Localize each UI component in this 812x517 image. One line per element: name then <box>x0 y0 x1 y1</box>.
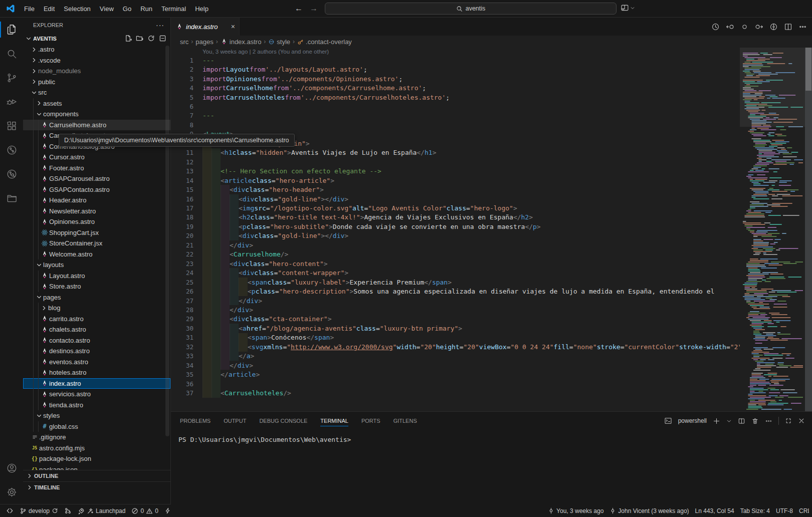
menu-go[interactable]: Go <box>118 4 136 14</box>
line-number[interactable]: 29 <box>171 315 202 323</box>
tree-item-gsapcontacto-astro[interactable]: GSAPContacto.astro <box>23 184 170 195</box>
panel-tab-output[interactable]: OUTPUT <box>224 412 246 430</box>
line-number[interactable]: 18 <box>171 213 202 221</box>
status-tab-size[interactable]: Tab Size: 4 <box>737 507 773 514</box>
tree-item-styles[interactable]: styles <box>23 410 170 421</box>
menu-terminal[interactable]: Terminal <box>157 4 190 14</box>
project-root-row[interactable]: AVENTIS <box>23 33 170 44</box>
terminal-output[interactable]: PS D:\Usuarios\jmgvi\Documentos\Web\aven… <box>171 430 812 443</box>
sidebar-scrollbar[interactable] <box>165 46 169 436</box>
code-line[interactable]: 37<Carruselhoteles/> <box>171 388 740 397</box>
panel-tab-debug-console[interactable]: DEBUG CONSOLE <box>259 412 307 430</box>
code-line[interactable]: 31<span>Conócenos</span> <box>171 333 740 342</box>
panel-tab-terminal[interactable]: TERMINAL <box>320 412 348 430</box>
code-line[interactable]: 34</div> <box>171 361 740 370</box>
tree-item-contacto-astro[interactable]: contacto.astro <box>23 335 170 346</box>
code-line[interactable]: 2import Layout from '../layouts/Layout.a… <box>171 65 740 74</box>
activitybar-remote-explorer[interactable] <box>0 186 23 210</box>
activitybar-settings[interactable] <box>0 480 23 504</box>
line-number[interactable]: 25 <box>171 279 202 286</box>
tree-item-blog[interactable]: blog <box>23 303 170 314</box>
code-line[interactable]: 24<div class="content-wrapper"> <box>171 268 740 277</box>
more-icon[interactable] <box>765 417 772 425</box>
menu-help[interactable]: Help <box>190 4 213 14</box>
tree-item--gitignore[interactable]: .gitignore <box>23 432 170 443</box>
activitybar-run-debug[interactable] <box>0 90 23 114</box>
new-file-icon[interactable] <box>124 35 132 42</box>
breadcrumb-item-style[interactable]: style <box>268 38 290 46</box>
tree-item-cursor-astro[interactable]: Cursor.astro <box>23 152 170 163</box>
code-line[interactable]: 22<Carruselhome/> <box>171 250 740 259</box>
nav-forward-icon[interactable]: → <box>310 4 318 13</box>
menu-file[interactable]: File <box>20 4 39 14</box>
line-number[interactable]: 5 <box>171 94 202 101</box>
activitybar-accounts[interactable] <box>0 456 23 480</box>
code-line[interactable]: 35</article> <box>171 370 740 379</box>
line-number[interactable]: 20 <box>171 232 202 239</box>
tree-item-public[interactable]: public <box>23 77 170 88</box>
add-terminal-icon[interactable] <box>713 417 720 425</box>
line-number[interactable]: 3 <box>171 75 202 83</box>
activitybar-extensions[interactable] <box>0 114 23 138</box>
line-number[interactable]: 16 <box>171 195 202 203</box>
chevron-down-icon[interactable] <box>726 418 732 424</box>
line-number[interactable]: 23 <box>171 260 202 268</box>
line-number[interactable]: 7 <box>171 112 202 119</box>
code-editor[interactable]: You, 3 weeks ago | 2 authors (You and on… <box>171 48 740 411</box>
nav-back-icon[interactable]: ← <box>295 4 303 13</box>
menu-run[interactable]: Run <box>136 4 157 14</box>
tree-item-eventos-astro[interactable]: eventos.astro <box>23 357 170 368</box>
previous-change-icon[interactable] <box>726 23 734 31</box>
code-line[interactable]: 23<div class="hero-content"> <box>171 259 740 268</box>
tree-item--vscode[interactable]: .vscode <box>23 55 170 66</box>
code-line[interactable]: 36 <box>171 379 740 388</box>
menu-view[interactable]: View <box>95 4 118 14</box>
tree-item-node-modules[interactable]: node_modules <box>23 66 170 77</box>
line-number[interactable]: 4 <box>171 84 202 92</box>
split-editor-icon[interactable] <box>784 23 792 31</box>
breadcrumb-item-pages[interactable]: pages <box>195 38 213 46</box>
activitybar-explorer[interactable] <box>0 18 23 42</box>
line-number[interactable]: 19 <box>171 223 202 230</box>
line-number[interactable]: 14 <box>171 177 202 184</box>
tree-item-package-lock-json[interactable]: {}package-lock.json <box>23 453 170 464</box>
menu-edit[interactable]: Edit <box>39 4 59 14</box>
status-blame-you[interactable]: You, 3 weeks ago <box>545 507 606 514</box>
tab-index-astro[interactable]: index.astro × <box>171 18 240 36</box>
tree-item-footer-astro[interactable]: Footer.astro <box>23 163 170 174</box>
line-number[interactable]: 21 <box>171 241 202 249</box>
status-blame-author[interactable]: John Vicent (3 weeks ago) <box>606 507 692 514</box>
code-line[interactable]: 18<h2 class="hero-title text-4xl!">Agenc… <box>171 213 740 222</box>
line-number[interactable]: 36 <box>171 380 202 388</box>
tree-item-layout-astro[interactable]: Layout.astro <box>23 271 170 282</box>
minimap[interactable] <box>740 48 805 411</box>
code-line[interactable]: 33</a> <box>171 352 740 361</box>
code-line[interactable]: 16<div class="gold-line"></div> <box>171 194 740 203</box>
line-number[interactable]: 6 <box>171 103 202 110</box>
code-line[interactable]: 32<svg xmlns="http://www.w3.org/2000/svg… <box>171 342 740 351</box>
status-feedback[interactable] <box>161 507 174 514</box>
menu-selection[interactable]: Selection <box>59 4 95 14</box>
tree-item-pages[interactable]: pages <box>23 292 170 303</box>
tree-item-newsletter-astro[interactable]: Newsletter.astro <box>23 206 170 217</box>
code-line[interactable]: 20<div class="gold-line"></div> <box>171 231 740 240</box>
tree-item-store-astro[interactable]: Store.astro <box>23 281 170 292</box>
split-terminal-icon[interactable] <box>738 417 745 425</box>
tree-item-astro-config-mjs[interactable]: JSastro.config.mjs <box>23 443 170 454</box>
code-line[interactable]: 8 <box>171 120 740 129</box>
tree-item-package-json[interactable]: {}package.json <box>23 464 170 470</box>
code-line[interactable]: 28</div> <box>171 305 740 314</box>
refresh-icon[interactable] <box>147 35 155 42</box>
line-number[interactable]: 33 <box>171 352 202 360</box>
code-line[interactable]: 4import Carruselhome from '../components… <box>171 83 740 92</box>
status-cursor-position[interactable]: Ln 443, Col 54 <box>692 507 737 514</box>
open-changes-icon[interactable] <box>740 23 749 31</box>
tree-item-src[interactable]: src <box>23 87 170 98</box>
code-line[interactable]: 6 <box>171 102 740 111</box>
code-line[interactable]: 7--- <box>171 111 740 120</box>
code-line[interactable]: 11<h1 class="hidden">Aventis Viajes de L… <box>171 148 740 157</box>
code-line[interactable]: 25<span class="luxury-label">Experiencia… <box>171 278 740 287</box>
tree-item-welcome-astro[interactable]: Welcome.astro <box>23 249 170 260</box>
line-number[interactable]: 28 <box>171 306 202 314</box>
shell-label[interactable]: powershell <box>678 417 707 424</box>
